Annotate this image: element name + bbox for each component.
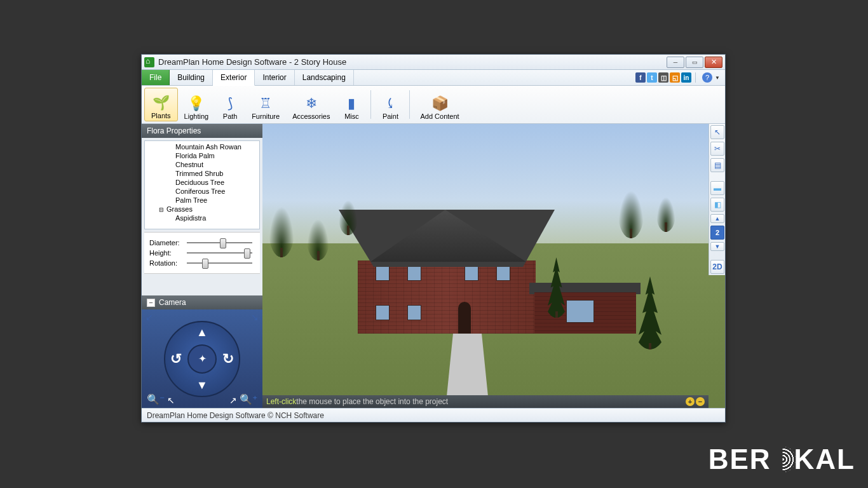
window-title: DreamPlan Home Design Software - 2 Story… [158,57,346,67]
scissors-tool-icon[interactable]: ✂ [710,142,724,156]
tree-item[interactable]: Deciduous Tree [145,178,259,187]
slider-thumb[interactable] [244,248,250,259]
tilt-up-left-icon[interactable]: ↙ [146,312,153,322]
scene [262,124,725,408]
tilt-up-right-icon[interactable]: ↘ [251,312,259,322]
pan-center[interactable]: ✦ [187,344,217,374]
watermark-text: KAL [794,444,855,475]
ribbon-label: Paint [383,112,398,120]
tree-model [656,197,675,232]
app-icon [144,57,154,67]
slider-track[interactable] [187,242,252,243]
share-icon[interactable]: ◫ [658,72,668,83]
tree-item[interactable]: Aspidistra [145,214,259,222]
hint-highlight: Left-click [266,397,296,406]
tree-item[interactable]: Palm Tree [145,196,259,205]
tree-item[interactable]: Trimmed Shrub [145,169,259,178]
pine-tree [542,257,571,318]
slider-height[interactable]: Height: [149,249,255,257]
twitter-icon[interactable]: t [647,72,657,83]
floor-indicator[interactable]: 2 [710,226,724,240]
tab-interior[interactable]: Interior [255,70,294,85]
tree-item[interactable]: Coniferous Tree [145,187,259,196]
accessories-icon: ❄ [302,95,320,112]
tilt-down-left-icon[interactable]: ↖ [167,395,175,405]
slider-track[interactable] [187,252,252,254]
slider-track[interactable] [187,262,252,264]
workspace: Flora Properties Mountain Ash Rowan Flor… [142,124,725,408]
slider-thumb[interactable] [220,238,226,248]
close-button[interactable]: ✕ [705,57,722,68]
3d-viewport[interactable]: ↖ ✂ ▤ ▬ ◧ ▲ 2 ▼ 2D Left-click the mouse … [262,124,725,408]
bulb-icon: 💡 [187,95,205,112]
floor-up-icon[interactable]: ▲ [710,214,724,223]
camera-panel-header[interactable]: − Camera [142,295,262,309]
social-icons-group: f t ◫ ◱ in ? ▼ [635,70,725,85]
tree-item[interactable]: Mountain Ash Rowan [145,142,259,151]
clipboard-tool-icon[interactable]: ▤ [710,158,724,172]
panel-title: Camera [159,298,186,307]
ribbon-label: Furniture [252,112,280,120]
ribbon-path[interactable]: ⟆ Path [215,88,245,121]
menu-file[interactable]: File [142,70,170,85]
zoom-out-icon[interactable]: 🔍⁻ [147,393,165,405]
ribbon-paint[interactable]: ⤹ Paint [375,88,405,121]
tab-landscaping[interactable]: Landscaping [295,70,354,85]
facebook-icon[interactable]: f [635,72,646,83]
rotate-right-icon[interactable]: ↻ [222,351,234,367]
tree-group[interactable]: Grasses [145,205,259,214]
ribbon-label: Path [223,112,238,120]
titlebar[interactable]: DreamPlan Home Design Software - 2 Story… [142,55,725,70]
viewport-tools: ↖ ✂ ▤ ▬ ◧ ▲ 2 ▼ 2D [709,124,725,275]
hint-bar: Left-click the mouse to place the object… [262,395,709,408]
tree-item[interactable]: Florida Palm [145,151,259,160]
maximize-button[interactable]: ▭ [686,57,703,68]
arrow-down-icon[interactable]: ▼ [196,379,208,392]
application-window: DreamPlan Home Design Software - 2 Story… [141,54,726,423]
help-dropdown-icon[interactable]: ▼ [715,75,721,81]
tree-model [618,191,644,238]
ribbon-accessories[interactable]: ❄ Accessories [286,88,336,121]
hint-add-icon[interactable]: + [686,397,695,406]
sidebar: Flora Properties Mountain Ash Rowan Flor… [142,124,262,408]
collapse-icon[interactable]: − [147,299,155,307]
slider-thumb[interactable] [202,259,208,269]
ribbon-plants[interactable]: 🌱 Plants [144,88,178,121]
tab-exterior[interactable]: Exterior [213,70,255,86]
floor-down-icon[interactable]: ▼ [710,242,724,251]
minimize-button[interactable]: ─ [667,57,684,68]
flora-panel-header[interactable]: Flora Properties [142,124,262,138]
house-window [496,266,510,281]
slider-diameter[interactable]: Diameter: [149,239,255,247]
hint-remove-icon[interactable]: − [696,397,705,406]
ribbon-add-content[interactable]: 📦 Add Content [414,88,465,121]
ribbon-misc[interactable]: ▮ Misc [336,88,367,121]
zoom-in-icon[interactable]: 🔍⁺ [240,393,257,405]
ribbon-lighting[interactable]: 💡 Lighting [178,88,215,121]
linkedin-icon[interactable]: in [681,72,691,83]
view-2d-button[interactable]: 2D [710,260,724,274]
pan-icon: ✦ [198,353,207,365]
house-window [465,266,478,281]
ribbon-furniture[interactable]: ♖ Furniture [245,88,286,121]
slider-rotation[interactable]: Rotation: [149,259,255,267]
rss-icon[interactable]: ◱ [670,72,680,83]
menubar: File Building Exterior Interior Landscap… [142,70,725,86]
arrow-up-icon[interactable]: ▲ [196,326,208,339]
tilt-down-right-icon[interactable]: ↗ [229,395,237,405]
tree-item[interactable]: Chestnut [145,160,259,169]
ribbon-label: Add Content [420,112,459,120]
tab-building[interactable]: Building [170,70,213,85]
help-icon[interactable]: ? [702,72,712,83]
watermark-icon [770,447,796,472]
flora-tree[interactable]: Mountain Ash Rowan Florida Palm Chestnut… [144,140,260,229]
camera-pad: ↙ ↘ ▲ ▼ ↺ ↻ ✦ 🔍⁻ 🔍⁺ ↖ ↗ [142,309,262,408]
layer-tool-icon[interactable]: ▬ [710,181,724,195]
cube-tool-icon[interactable]: ◧ [710,198,724,212]
roof [339,207,555,267]
slider-group: Diameter: Height: Rotation: [144,232,260,274]
cursor-tool-icon[interactable]: ↖ [710,125,724,139]
slider-label: Rotation: [149,259,184,267]
rotate-left-icon[interactable]: ↺ [170,351,182,367]
status-text: DreamPlan Home Design Software © NCH Sof… [147,411,324,420]
